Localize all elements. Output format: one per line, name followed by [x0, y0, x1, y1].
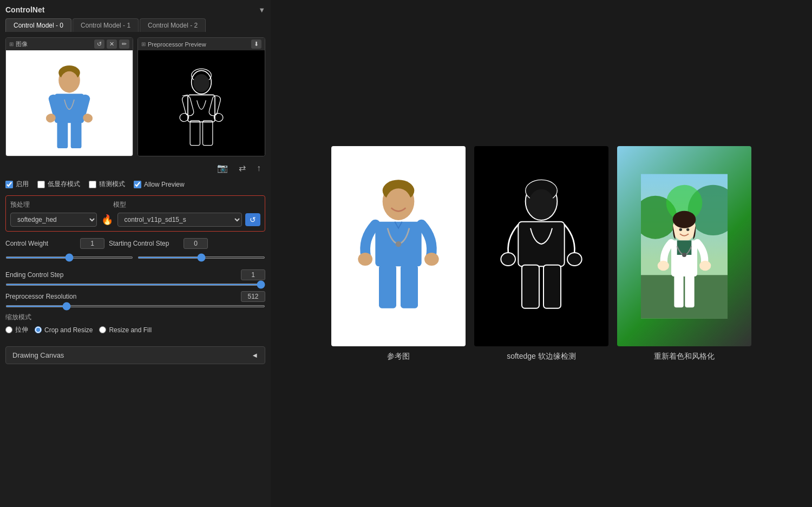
gallery-image-reference: [331, 146, 466, 346]
svg-rect-52: [674, 275, 683, 307]
preprocessor-res-value: 512: [241, 291, 265, 302]
gallery-edge-svg: [498, 154, 585, 338]
preprocessor-preview-header: ⊞ Preprocessor Preview ⬇: [138, 38, 265, 50]
model-select[interactable]: control_v11p_sd15_s: [117, 213, 242, 227]
edge-detection-preview: [174, 63, 228, 155]
low-memory-checkbox-item[interactable]: 低显存模式: [37, 180, 80, 189]
gallery-anime-svg: [641, 154, 728, 338]
nurse-silhouette: [37, 61, 102, 156]
action-icon-row: 📷 ⇄ ↑: [5, 162, 265, 174]
svg-rect-9: [71, 122, 82, 149]
enable-label: 启用: [16, 180, 29, 189]
fill-label: Resize and Fill: [109, 326, 152, 334]
fill-option[interactable]: Resize and Fill: [99, 326, 152, 334]
source-image-close-btn[interactable]: ✕: [107, 39, 117, 49]
svg-rect-38: [543, 265, 561, 308]
tab-control-model-0[interactable]: Control Model - 0: [5, 18, 71, 32]
preprocessor-preview-label: Preprocessor Preview: [148, 41, 206, 48]
allow-preview-label: Allow Preview: [144, 181, 185, 188]
swap-icon-btn[interactable]: ⇄: [237, 162, 248, 174]
preprocessor-res-label: Preprocessor Resolution: [5, 293, 76, 300]
source-image-box: ⊞ 图像 ↺ ✕ ✏: [5, 37, 133, 156]
gallery-label-anime: 重新着色和风格化: [654, 352, 715, 361]
tab-control-model-2[interactable]: Control Model - 2: [140, 18, 206, 32]
svg-rect-30: [401, 265, 418, 308]
resize-mode-options: 拉伸 Crop and Resize Resize and Fill: [5, 325, 265, 334]
guess-mode-checkbox[interactable]: [89, 181, 96, 188]
preprocessor-res-row: Preprocessor Resolution 512: [5, 291, 265, 302]
preprocessor-model-container: 预处理 模型 softedge_hed 🔥 control_v11p_sd15_…: [5, 195, 265, 232]
weight-step-row: Control Weight 1 Starting Control Step 0: [5, 238, 265, 249]
svg-point-55: [686, 228, 689, 231]
preprocessor-download-btn[interactable]: ⬇: [251, 39, 261, 49]
svg-point-20: [193, 74, 209, 92]
ending-step-label: Ending Control Step: [5, 271, 76, 279]
ending-step-slider[interactable]: [5, 284, 265, 286]
gallery-label-edge: softedge 软边缘检测: [507, 352, 576, 361]
gallery-item-reference: 参考图: [331, 146, 466, 361]
panel-collapse-icon[interactable]: ▼: [258, 6, 265, 14]
preprocessor-section-label: 预处理: [10, 200, 109, 209]
svg-point-26: [396, 241, 402, 247]
allow-preview-checkbox-item[interactable]: Allow Preview: [134, 181, 185, 188]
image-row: ⊞ 图像 ↺ ✕ ✏: [5, 37, 265, 156]
enable-checkbox-item[interactable]: 启用: [5, 180, 29, 189]
gallery-image-edge: [474, 146, 608, 346]
reference-image-content: [331, 146, 466, 346]
allow-preview-checkbox[interactable]: [134, 181, 141, 188]
crop-option[interactable]: Crop and Resize: [35, 326, 93, 334]
svg-point-46: [673, 210, 696, 228]
source-image-refresh-btn[interactable]: ↺: [94, 39, 104, 49]
upload-icon-btn[interactable]: ↑: [254, 162, 263, 174]
starting-step-label: Starting Control Step: [109, 240, 179, 247]
fill-radio[interactable]: [99, 326, 106, 333]
camera-icon-btn[interactable]: 📷: [215, 162, 230, 174]
preprocessor-select[interactable]: softedge_hed: [10, 213, 97, 227]
svg-point-28: [424, 253, 439, 266]
gallery-item-edge: softedge 软边缘检测: [474, 146, 608, 361]
svg-point-24: [385, 188, 411, 217]
control-weight-slider[interactable]: [5, 256, 133, 259]
svg-point-27: [358, 253, 372, 266]
control-weight-label: Control Weight: [5, 240, 76, 247]
guess-mode-label: 猜测模式: [99, 180, 125, 189]
svg-point-51: [699, 260, 711, 271]
weight-step-sliders: [5, 252, 265, 263]
preprocessor-resolution-slider[interactable]: [5, 305, 265, 307]
svg-point-35: [501, 253, 515, 266]
drawing-canvas-arrow: ◄: [251, 351, 258, 359]
resize-mode-label: 缩放模式: [5, 313, 265, 322]
source-image-edit-btn[interactable]: ✏: [119, 39, 129, 49]
guess-mode-checkbox-item[interactable]: 猜测模式: [89, 180, 125, 189]
starting-step-slider[interactable]: [137, 256, 265, 259]
preprocessor-model-controls: softedge_hed 🔥 control_v11p_sd15_s ↺: [10, 213, 260, 227]
svg-point-49: [682, 253, 686, 257]
svg-point-39: [529, 189, 553, 216]
svg-rect-37: [522, 265, 539, 308]
anime-image-content: [617, 146, 751, 346]
resize-mode-section: 缩放模式 拉伸 Crop and Resize Resize and Fill: [5, 313, 265, 341]
source-image-label: 图像: [16, 40, 28, 48]
model-tabs: Control Model - 0 Control Model - 1 Cont…: [5, 18, 265, 32]
model-refresh-btn[interactable]: ↺: [245, 213, 260, 226]
stretch-option[interactable]: 拉伸: [5, 325, 28, 334]
source-image-content[interactable]: [6, 50, 133, 156]
tab-control-model-1[interactable]: Control Model - 1: [73, 18, 139, 32]
preprocessor-preview-content[interactable]: [138, 50, 265, 156]
fire-icon-btn[interactable]: 🔥: [100, 213, 114, 227]
drawing-canvas-btn[interactable]: Drawing Canvas ◄: [5, 346, 265, 364]
source-image-header: ⊞ 图像 ↺ ✕ ✏: [6, 38, 133, 50]
low-memory-checkbox[interactable]: [37, 181, 45, 188]
stretch-radio[interactable]: [5, 326, 12, 333]
svg-rect-8: [57, 122, 68, 149]
enable-checkbox[interactable]: [5, 181, 13, 188]
starting-step-value: 0: [184, 238, 208, 249]
model-section-label: 模型: [113, 200, 260, 209]
svg-rect-44: [641, 275, 728, 318]
crop-radio[interactable]: [35, 326, 42, 333]
ending-step-row: Ending Control Step 1: [5, 269, 265, 280]
svg-point-2: [61, 71, 78, 91]
svg-point-54: [679, 228, 682, 231]
image-gallery: 参考图: [331, 146, 751, 361]
svg-rect-53: [685, 275, 694, 307]
